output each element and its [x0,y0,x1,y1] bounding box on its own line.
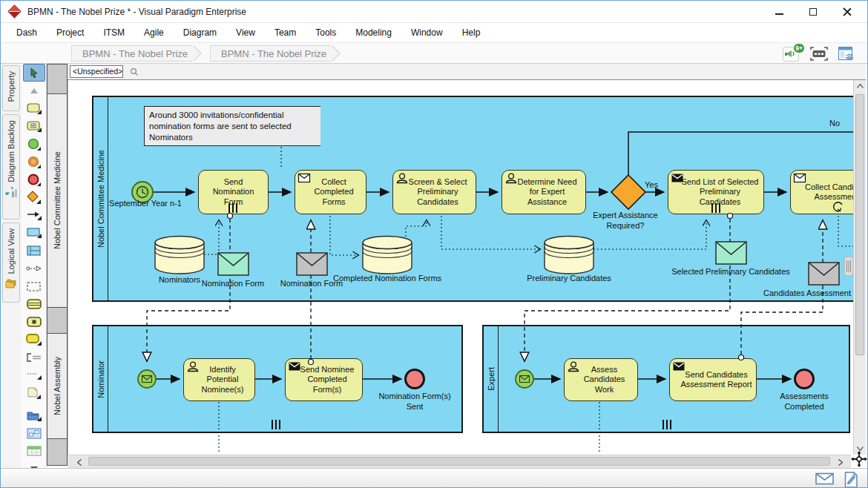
grid-diagram-button[interactable] [23,442,45,460]
minimize-button[interactable] [762,1,796,23]
task-send-candidates-assessment-report[interactable]: Send Candidates Assessment Report [669,358,757,401]
note-tool-button[interactable] [23,384,45,402]
pool-expert-name-band[interactable]: Expert [484,326,499,432]
scroll-left-button[interactable] [73,456,85,468]
menu-agile[interactable]: Agile [134,24,174,41]
pool-strip-spacer [47,439,67,465]
menu-diagram[interactable]: Diagram [174,24,226,41]
horizontal-scrollbar[interactable] [68,455,851,468]
shape-palette [22,64,47,475]
scroll-left-arrow-icon [77,459,82,466]
menu-view[interactable]: View [226,24,265,41]
menu-modeling[interactable]: Modeling [346,24,401,41]
end-event-tool-button[interactable] [23,171,45,188]
tab-property[interactable]: Property [2,65,20,111]
diagram-overview-button[interactable] [23,424,45,442]
data-object-icon [27,317,42,327]
sequence-flow-tool-button[interactable] [23,206,45,224]
pool-strip-spacer [47,308,67,334]
horizontal-scroll-thumb[interactable] [88,457,830,466]
maximize-icon [809,8,817,16]
intermediate-event-icon [27,156,41,168]
maximize-button[interactable] [796,1,830,23]
lane-tool-button[interactable] [23,242,45,260]
task-send-list-selected-preliminary-candidates[interactable]: Send List of Selected Preliminary Candid… [668,170,764,214]
gateway-tool-button[interactable] [23,188,45,206]
menu-window[interactable]: Window [401,24,453,41]
menu-help[interactable]: Help [453,24,490,41]
tab-diagram-backlog[interactable]: Diagram Backlog [2,114,20,220]
task-identify-potential-nominees[interactable]: Identify Potential Nominee(s) [183,358,255,401]
task-assess-candidates-work[interactable]: Assess Candidates Work [564,358,638,401]
fit-frame-icon [809,45,829,62]
status-bar [1,468,868,488]
menu-dash[interactable]: Dash [7,24,47,41]
pool-strip-committee[interactable]: Nobel Committee Medicine [47,94,67,308]
association-tool-button[interactable] [23,260,45,277]
messages-envelope-button[interactable] [815,472,834,485]
scroll-up-button[interactable] [854,80,866,92]
task-collect-candidates-work-assessment-report[interactable]: Collect Candidates Work Assessment Repor… [790,170,853,214]
zoom-level-select[interactable]: <Unspecified> [70,65,123,78]
intermediate-event-tool-button[interactable] [23,153,45,171]
pool-nominator[interactable]: Nominator [92,325,463,433]
task-collect-completed-forms[interactable]: Collect Completed Forms [295,170,366,214]
side-tab-strip: Property Diagram Backlog Logical View [1,64,22,468]
scroll-right-arrow-icon [838,459,843,466]
close-icon [843,7,852,16]
palette-scroll-up-button[interactable] [23,82,45,99]
task-tool-button[interactable] [23,99,45,117]
vertical-scrollbar[interactable] [853,80,866,455]
dotted-connector-tool-button[interactable] [23,366,45,384]
task-screen-select-preliminary-candidates[interactable]: Screen & Select Preliminary Candidates [392,170,476,214]
subprocess-tool-button[interactable] [23,117,45,135]
pool-icon [27,228,42,238]
breadcrumb-item-2[interactable]: BPMN - The Nobel Prize [210,45,331,62]
model-folder-button[interactable] [23,406,45,424]
diagram-canvas[interactable]: Nobel Committee Medicine Nominator Exper… [68,80,853,455]
gateway-icon [27,191,41,204]
panel-layout-button[interactable] [836,45,855,62]
data-store-icon [27,299,42,309]
text-annotation[interactable]: Around 3000 invitations/confidential nom… [144,106,320,146]
group-tool-button[interactable] [23,277,45,295]
start-event-tool-button[interactable] [23,135,45,153]
notes-editor-button[interactable] [844,472,858,488]
menu-team[interactable]: Team [265,24,306,41]
start-event-icon [27,138,41,151]
text-annotation-tool-button[interactable] [23,349,45,366]
pool-nominator-name-band[interactable]: Nominator [93,326,108,432]
task-send-nominee-completed-forms[interactable]: Send Nominee Completed Form(s) [285,358,363,401]
canvas-toolbar: <Unspecified> [68,64,866,80]
timer-start-label: September Year n-1 [97,199,194,209]
scroll-up-arrow-icon [857,84,864,88]
pool-expert[interactable]: Expert [482,325,850,433]
pool-strip-spacer [47,65,67,94]
pool-expert-label: Expert [487,367,496,391]
data-store-tool-button[interactable] [23,295,45,313]
search-icon[interactable] [130,67,139,76]
fit-to-window-button[interactable] [809,45,829,62]
pan-tool-button[interactable] [851,450,867,468]
close-button[interactable] [830,1,864,23]
menu-project[interactable]: Project [47,24,93,41]
menu-tools[interactable]: Tools [306,24,346,41]
data-object-tool-button[interactable] [23,313,45,331]
expert-end-label: Assessments Completed [763,392,845,412]
scroll-up-icon [30,88,38,93]
pool-tool-button[interactable] [23,224,45,242]
pointer-tool-button[interactable] [23,64,45,82]
task-send-nomination-form[interactable]: Send Nomination Form [198,170,269,214]
pool-strip-committee-label: Nobel Committee Medicine [53,151,62,249]
tab-logical-view[interactable]: Logical View [2,222,20,303]
task-determine-need-expert-assistance[interactable]: Determine Need for Expert Assistance [502,170,586,214]
news-megaphone-button[interactable]: 9+ [783,45,802,62]
notification-badge: 9+ [793,43,805,53]
callout-tool-button[interactable] [23,331,45,349]
breadcrumb-item-1[interactable]: BPMN - The Nobel Prize [71,45,192,62]
scroll-right-button[interactable] [835,456,846,468]
diagram-overview-icon [27,428,42,439]
menu-itsm[interactable]: ITSM [93,24,134,41]
vertical-scroll-thumb[interactable] [855,94,864,355]
pool-strip-assembly[interactable]: Nobel Assembly [47,334,67,439]
